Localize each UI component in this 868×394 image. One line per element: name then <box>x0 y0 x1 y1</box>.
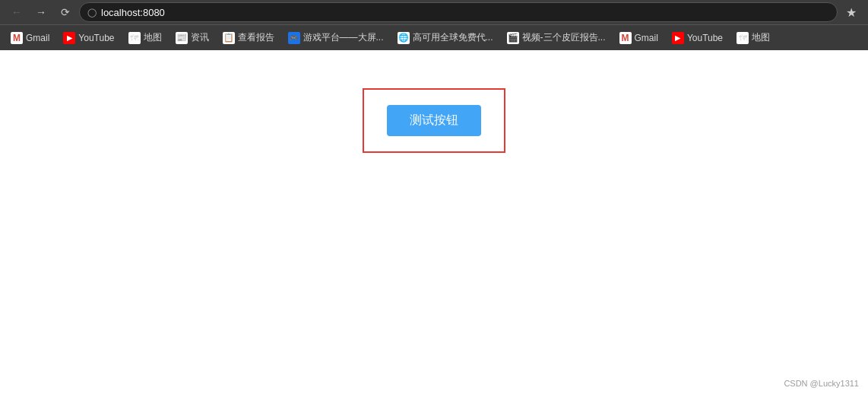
star-bookmark-button[interactable]: ★ <box>841 3 862 21</box>
maps-favicon-1: 🗺 <box>128 32 141 44</box>
bookmark-label: 高可用全球免费代... <box>413 31 493 44</box>
cloud-favicon-1: 🌐 <box>398 32 410 44</box>
bookmark-report-1[interactable]: 📋 查看报告 <box>217 29 280 46</box>
bookmark-gmail-2[interactable]: M Gmail <box>613 30 664 46</box>
maps-favicon-2: 🗺 <box>737 32 749 44</box>
bookmark-label: YouTube <box>78 33 114 43</box>
bookmark-label: 游戏平台——大屏... <box>303 31 384 44</box>
bookmark-label: 地图 <box>144 31 162 44</box>
youtube-favicon-2: ▶ <box>672 32 684 44</box>
news-favicon-1: 📰 <box>176 32 188 44</box>
back-button[interactable]: ← <box>6 3 27 21</box>
test-container: 测试按钮 <box>363 88 505 153</box>
address-bar[interactable]: ◯ localhost:8080 <box>79 2 838 22</box>
bookmark-video-1[interactable]: 🎬 视频-三个皮匠报告... <box>501 29 612 46</box>
bookmark-gmail-1[interactable]: M Gmail <box>5 30 55 46</box>
bookmark-label: 资讯 <box>191 31 209 44</box>
page-content: 测试按钮 CSDN @Lucky1311 <box>0 50 868 394</box>
watermark: CSDN @Lucky1311 <box>784 379 859 388</box>
bookmark-news-1[interactable]: 📰 资讯 <box>169 29 215 46</box>
bookmark-games-1[interactable]: 🎮 游戏平台——大屏... <box>282 29 390 46</box>
report-favicon-1: 📋 <box>223 32 235 44</box>
bookmark-youtube-2[interactable]: ▶ YouTube <box>666 30 729 46</box>
bookmarks-bar: M Gmail ▶ YouTube 🗺 地图 📰 资讯 📋 查看报告 🎮 游戏平… <box>0 24 868 50</box>
bookmark-maps-1[interactable]: 🗺 地图 <box>122 29 168 46</box>
address-text: localhost:8080 <box>101 7 165 18</box>
video-favicon-1: 🎬 <box>507 32 519 44</box>
bookmark-label: 地图 <box>752 31 770 44</box>
title-bar: ← → ⟳ ◯ localhost:8080 ★ <box>0 0 868 24</box>
bookmark-label: 查看报告 <box>238 31 274 44</box>
youtube-favicon-1: ▶ <box>63 32 75 44</box>
games-favicon-1: 🎮 <box>288 32 300 44</box>
lock-icon: ◯ <box>87 8 97 17</box>
bookmark-label: 视频-三个皮匠报告... <box>522 31 606 44</box>
bookmark-label: Gmail <box>26 33 49 43</box>
reload-button[interactable]: ⟳ <box>55 3 76 21</box>
bookmark-youtube-1[interactable]: ▶ YouTube <box>57 30 120 46</box>
gmail-favicon-2: M <box>619 32 632 44</box>
gmail-favicon-1: M <box>11 32 23 44</box>
bookmark-cloud-1[interactable]: 🌐 高可用全球免费代... <box>391 29 499 46</box>
bookmark-label: YouTube <box>687 33 723 43</box>
test-button[interactable]: 测试按钮 <box>387 105 481 136</box>
bookmark-maps-2[interactable]: 🗺 地图 <box>730 29 776 46</box>
bookmark-label: Gmail <box>635 33 658 43</box>
forward-button[interactable]: → <box>30 3 52 21</box>
